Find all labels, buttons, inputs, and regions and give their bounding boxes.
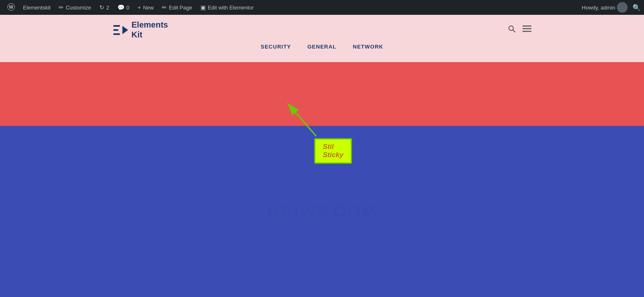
svg-text:W: W [9,5,14,9]
header-inner: Elements Kit [104,15,540,39]
svg-rect-3 [113,29,118,31]
adminbar-items: W Elementskit ✏ Customize ↻ 2 💬 0 + New [3,0,582,15]
nav-menu: SECURITY GENERAL NETWORK [104,39,540,54]
svg-rect-10 [522,31,531,32]
site-url-text: HEIWP.COM [267,202,377,221]
search-button[interactable] [508,25,516,35]
comments-count: 0 [126,5,129,11]
svg-line-7 [513,30,515,32]
red-section: Stil Sticky [0,62,644,126]
svg-marker-5 [122,26,128,34]
logo-area[interactable]: Elements Kit [113,20,168,39]
new-icon: + [138,5,141,10]
adminbar-item-elementor[interactable]: ▣ Edit with Elementor [196,0,258,15]
updates-icon: ↻ [99,5,104,10]
edit-page-label: Edit Page [169,5,192,11]
adminbar-item-updates[interactable]: ↻ 2 [95,0,113,15]
adminbar-item-new[interactable]: + New [133,0,158,15]
elementor-icon: ▣ [200,5,206,10]
admin-bar: W Elementskit ✏ Customize ↻ 2 💬 0 + New [0,0,644,15]
avatar [617,2,628,13]
elementor-label: Edit with Elementor [208,5,254,11]
search-icon-adminbar[interactable]: 🔍 [632,4,641,12]
svg-rect-4 [113,33,120,35]
edit-page-icon: ✏ [162,5,167,10]
svg-rect-8 [522,26,531,27]
nav-item-network[interactable]: NETWORK [353,44,383,50]
logo-line2: Kit [131,30,168,39]
hamburger-menu-button[interactable] [522,26,531,34]
svg-rect-9 [522,28,531,29]
customize-icon: ✏ [59,5,64,10]
new-label: New [143,5,154,11]
adminbar-item-elementskit[interactable]: Elementskit [19,0,55,15]
header-controls [508,25,531,35]
main-content: Stil Sticky HEIWP.COM [0,62,644,297]
adminbar-item-comments[interactable]: 💬 0 [113,0,133,15]
elementskit-label: Elementskit [23,5,51,11]
logo-text: Elements Kit [131,20,168,39]
nav-item-security[interactable]: SECURITY [261,44,291,50]
adminbar-item-customize[interactable]: ✏ Customize [55,0,95,15]
blue-section: HEIWP.COM [0,126,644,297]
adminbar-item-wp-logo[interactable]: W [3,0,19,15]
svg-rect-2 [113,25,120,27]
comments-icon: 💬 [117,5,124,10]
logo-icon [113,22,128,37]
wp-logo-icon: W [7,3,15,12]
howdy-text: Howdy, admin [582,5,615,11]
site-header: Elements Kit SECURITY GENERAL [0,15,644,62]
logo-line1: Elements [131,20,168,30]
updates-count: 2 [106,5,109,11]
customize-label: Customize [66,5,91,11]
adminbar-right: Howdy, admin 🔍 [582,2,641,13]
adminbar-item-edit-page[interactable]: ✏ Edit Page [158,0,196,15]
nav-item-general[interactable]: GENERAL [308,44,337,50]
